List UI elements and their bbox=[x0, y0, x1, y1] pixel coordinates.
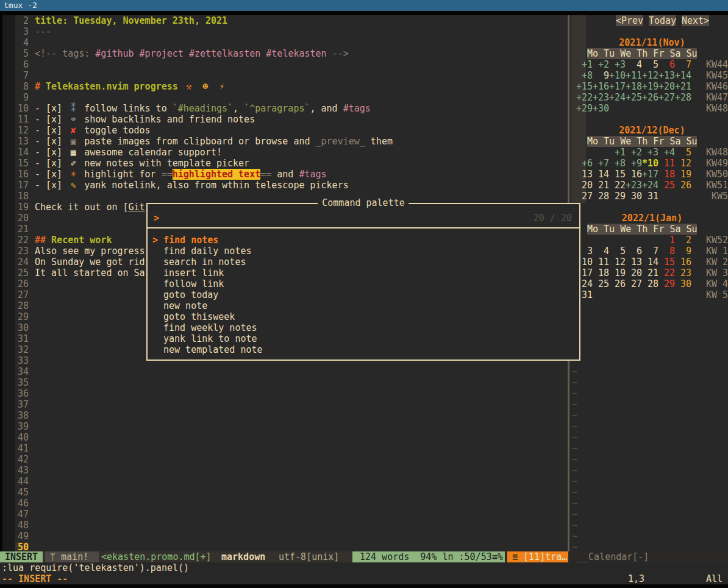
calendar-day[interactable]: 5 bbox=[675, 147, 691, 158]
calendar-day[interactable]: 18 bbox=[593, 267, 609, 278]
calendar-day[interactable]: +21 bbox=[675, 81, 691, 92]
calendar-day[interactable]: 5 bbox=[642, 59, 658, 70]
calendar-day[interactable]: +8 bbox=[609, 158, 626, 169]
calendar-next-button[interactable]: Next> bbox=[682, 15, 709, 26]
calendar-day[interactable]: +4 bbox=[658, 147, 675, 158]
calendar-day[interactable]: +25 bbox=[626, 92, 642, 103]
calendar-day[interactable]: 29 bbox=[658, 278, 675, 289]
calendar-day[interactable]: +22 bbox=[576, 92, 593, 103]
calendar-day[interactable]: 30 bbox=[626, 191, 642, 202]
calendar-day[interactable]: 12 bbox=[675, 158, 691, 169]
editor-line[interactable]: - [x] ✎ yank notelink, also from wthin t… bbox=[35, 180, 349, 191]
calendar-day[interactable]: +9 bbox=[626, 158, 642, 169]
calendar-day[interactable]: 28 bbox=[642, 278, 658, 289]
calendar-day[interactable]: +28 bbox=[675, 92, 691, 103]
calendar-day[interactable]: +23 bbox=[593, 92, 609, 103]
calendar-day[interactable]: +2 bbox=[593, 59, 609, 70]
calendar-day[interactable]: 20 bbox=[626, 267, 642, 278]
calendar-day[interactable]: +17 bbox=[642, 169, 658, 180]
calendar-day[interactable]: 31 bbox=[642, 191, 658, 202]
calendar-day[interactable]: 13 bbox=[626, 257, 642, 267]
calendar-day[interactable]: +12 bbox=[642, 70, 658, 81]
calendar-day[interactable]: +6 bbox=[576, 158, 593, 169]
calendar-day[interactable]: +26 bbox=[642, 92, 658, 103]
statusline-tabs[interactable]: ≡ [11]tra… bbox=[507, 551, 568, 562]
calendar-day[interactable]: +1 bbox=[576, 59, 593, 70]
calendar-day[interactable]: 2 bbox=[675, 235, 691, 246]
palette-item[interactable]: goto thisweek bbox=[148, 311, 579, 322]
calendar-day[interactable]: 29 bbox=[609, 191, 626, 202]
calendar-day[interactable]: +17 bbox=[609, 81, 626, 92]
calendar-prev-button[interactable]: <Prev bbox=[616, 15, 643, 26]
calendar-day[interactable]: +29 bbox=[576, 103, 593, 114]
calendar-day[interactable]: 23 bbox=[675, 267, 691, 278]
calendar-day[interactable]: 9 bbox=[593, 70, 609, 81]
calendar-day[interactable]: +27 bbox=[658, 92, 675, 103]
calendar-day[interactable]: 20 bbox=[576, 180, 593, 191]
editor-line[interactable]: - [x] ✘ toggle todos bbox=[35, 125, 151, 136]
calendar-day[interactable]: +3 bbox=[609, 59, 626, 70]
calendar-day[interactable]: 26 bbox=[675, 180, 691, 191]
calendar-day[interactable]: 12 bbox=[609, 257, 626, 267]
editor-line[interactable]: It all started on Sa bbox=[35, 267, 145, 278]
editor-line[interactable]: Check it out on [Git bbox=[35, 202, 145, 213]
editor-line[interactable]: - [x] ⚭ show backlinks and friend notes bbox=[35, 114, 255, 125]
calendar-day[interactable]: 14 bbox=[593, 169, 609, 180]
calendar-day[interactable]: +18 bbox=[626, 81, 642, 92]
calendar-day[interactable]: 6 bbox=[658, 59, 675, 70]
calendar-day[interactable]: 25 bbox=[658, 180, 675, 191]
calendar-day[interactable]: 21 bbox=[642, 267, 658, 278]
calendar-day[interactable]: +15 bbox=[576, 81, 593, 92]
calendar-day[interactable]: +10 bbox=[609, 70, 626, 81]
calendar-day[interactable]: +8 bbox=[576, 70, 593, 81]
editor-line[interactable]: On Sunday we got rid bbox=[35, 257, 145, 267]
calendar-today-button[interactable]: Today bbox=[649, 15, 676, 26]
calendar-day[interactable]: 27 bbox=[576, 191, 593, 202]
calendar-day[interactable]: 14 bbox=[642, 257, 658, 267]
calendar-day[interactable]: 30 bbox=[675, 278, 691, 289]
calendar-day[interactable]: +1 bbox=[609, 147, 626, 158]
palette-item[interactable]: insert link bbox=[148, 267, 579, 278]
editor-line[interactable]: - [x] ▣ paste images from clipboard or b… bbox=[35, 136, 393, 147]
editor-line[interactable]: # Telekasten.nvim progress ⚒ ☻ ⚡ bbox=[35, 81, 227, 92]
calendar-day[interactable]: +23 bbox=[626, 180, 642, 191]
calendar-day[interactable]: +30 bbox=[593, 103, 609, 114]
calendar-day[interactable]: 11 bbox=[593, 257, 609, 267]
calendar-day[interactable]: +11 bbox=[626, 70, 642, 81]
calendar-day[interactable]: 6 bbox=[626, 246, 642, 257]
editor-line[interactable]: - [x] ✐ new notes with template picker bbox=[35, 158, 249, 169]
calendar-day[interactable]: 15 bbox=[658, 257, 675, 267]
calendar-day[interactable]: 19 bbox=[609, 267, 626, 278]
calendar-day[interactable]: 1 bbox=[658, 235, 675, 246]
palette-item[interactable]: find daily notes bbox=[148, 246, 579, 257]
calendar-day[interactable]: 11 bbox=[658, 158, 675, 169]
calendar-day[interactable]: +20 bbox=[658, 81, 675, 92]
editor-line[interactable]: <!-- tags: #github #project #zettelkaste… bbox=[35, 48, 349, 59]
calendar-day[interactable]: 7 bbox=[675, 59, 691, 70]
calendar-day[interactable]: +19 bbox=[642, 81, 658, 92]
palette-item[interactable]: new note bbox=[148, 300, 579, 311]
calendar-day[interactable]: 19 bbox=[675, 169, 691, 180]
calendar-day[interactable]: 21 bbox=[593, 180, 609, 191]
editor-line[interactable]: Also see my progress bbox=[35, 246, 145, 257]
calendar-day[interactable]: +14 bbox=[675, 70, 691, 81]
calendar-day[interactable]: 28 bbox=[593, 191, 609, 202]
calendar-day[interactable]: 8 bbox=[658, 246, 675, 257]
palette-item[interactable]: follow link bbox=[148, 278, 579, 289]
calendar-day[interactable]: 26 bbox=[609, 278, 626, 289]
calendar-day[interactable]: 22 bbox=[658, 267, 675, 278]
calendar-day[interactable]: 13 bbox=[576, 169, 593, 180]
calendar-day[interactable]: +2 bbox=[626, 147, 642, 158]
calendar-day[interactable]: +3 bbox=[642, 147, 658, 158]
calendar-day[interactable]: +13 bbox=[658, 70, 675, 81]
palette-item[interactable]: yank link to note bbox=[148, 333, 579, 344]
calendar-day[interactable]: +24 bbox=[609, 92, 626, 103]
calendar-day[interactable]: 27 bbox=[626, 278, 642, 289]
editor-line[interactable]: --- bbox=[35, 26, 51, 37]
calendar-day[interactable]: 4 bbox=[626, 59, 642, 70]
editor-line[interactable]: title: Tuesday, November 23th, 2021 bbox=[35, 15, 227, 26]
calendar-day[interactable]: 15 bbox=[609, 169, 626, 180]
calendar-day[interactable]: 5 bbox=[609, 246, 626, 257]
palette-item[interactable]: goto today bbox=[148, 289, 579, 300]
calendar-day[interactable]: +7 bbox=[593, 158, 609, 169]
